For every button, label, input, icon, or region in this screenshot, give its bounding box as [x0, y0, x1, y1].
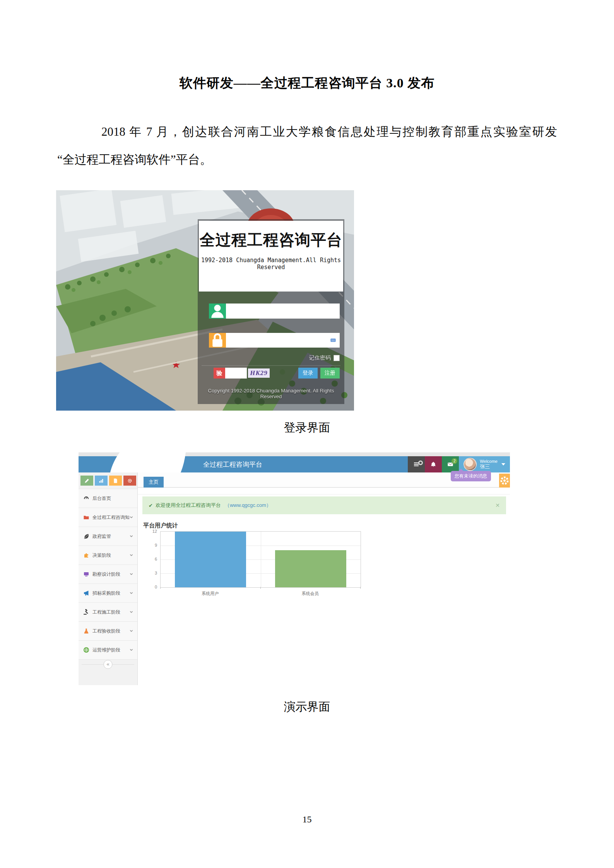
globe-icon [83, 647, 89, 653]
category-divider [261, 532, 261, 587]
chevron-down-icon [129, 515, 133, 520]
remember-password-label: 记住密码 [309, 355, 331, 362]
bar-chart [160, 531, 361, 588]
brand: 全过程工程咨询平台 [84, 456, 262, 472]
username-input[interactable] [226, 304, 340, 319]
chevron-down-icon [129, 610, 133, 614]
sidebar-item-label: 招标采购阶段 [92, 590, 129, 597]
login-panel-title: 全过程工程咨询平台 [199, 229, 343, 251]
username-label: 张三 [480, 464, 498, 470]
sidebar-item-label: 全过程工程咨询知识库 [92, 514, 129, 521]
sidebar-collapse-toggle[interactable]: « [104, 660, 113, 669]
captcha-icon: 验 [214, 368, 225, 379]
caption-demo: 演示界面 [0, 699, 614, 715]
navbar-buttons: 2 [408, 456, 459, 472]
username-row [209, 304, 340, 319]
user-menu[interactable]: Welcome 张三 [459, 456, 510, 472]
sidebar-item[interactable]: 运营维护阶段 [79, 640, 137, 659]
unread-count-badge: 2 [452, 458, 457, 464]
avatar [463, 458, 477, 471]
quick-settings-button[interactable] [123, 476, 136, 486]
sidebar-item-label: 运营维护阶段 [92, 647, 129, 653]
register-button[interactable]: 注册 [320, 368, 340, 379]
login-screenshot: 全过程工程咨询平台 1992-2018 Chuangda Management.… [56, 190, 354, 411]
quick-file-button[interactable] [109, 476, 122, 486]
tasks-button[interactable] [408, 456, 425, 472]
bar-系统会员 [275, 550, 346, 587]
puzzle-icon [83, 552, 89, 558]
password-icon-box [209, 333, 226, 348]
chart-icon [99, 478, 104, 483]
password-input[interactable] [226, 333, 340, 348]
axis-tick [160, 587, 161, 589]
caret-down-icon [501, 463, 505, 466]
chart-title: 平台用户统计 [143, 522, 178, 529]
sidebar-item-label: 工程验收阶段 [92, 628, 129, 634]
tab-home[interactable]: 主页 [144, 477, 164, 488]
sidebar-menu: 后台首页全过程工程咨询知识库政府监管决策阶段勘察设计阶段招标采购阶段工程施工阶段… [79, 489, 137, 659]
username-icon-box [209, 304, 226, 319]
sidebar-item-label: 决策阶段 [92, 552, 129, 559]
file-icon [113, 478, 118, 483]
sidebar-item[interactable]: 工程验收阶段 [79, 621, 137, 640]
quick-pencil-button[interactable] [80, 476, 93, 486]
sidebar-item[interactable]: 决策阶段 [79, 546, 137, 564]
dashboard-icon [83, 495, 89, 501]
welcome-alert: ✔ 欢迎使用全过程工程咨询平台 （www.qgcgc.com） ✕ [142, 496, 506, 514]
badge-ring [418, 460, 423, 465]
tab-settings-button[interactable] [499, 474, 510, 488]
axis-tick [260, 587, 261, 589]
axis-tick [360, 587, 361, 589]
sidebar-item-label: 政府监管 [92, 533, 129, 540]
password-row [209, 333, 340, 348]
login-panel-subtitle: 1992-2018 Chuangda Management.All Rights… [199, 257, 343, 271]
keyboard-icon[interactable] [329, 338, 337, 343]
user-icon [209, 303, 226, 320]
alert-link[interactable]: （www.qgcgc.com） [225, 502, 271, 509]
captcha-input[interactable] [225, 368, 247, 379]
sidebar-item[interactable]: 招标采购阶段 [79, 583, 137, 602]
notifications-button[interactable] [425, 456, 442, 472]
quick-chart-button[interactable] [95, 476, 108, 486]
breadcrumb-strip [138, 488, 510, 495]
sidebar-quick-buttons [79, 472, 137, 489]
sidebar-item[interactable]: 勘察设计阶段 [79, 564, 137, 583]
dashboard-navbar: 全过程工程咨询平台 2 Welcome 张三 [79, 456, 510, 472]
remember-password-row: 记住密码 [309, 355, 340, 362]
monitor-icon [83, 571, 89, 577]
flask-icon [83, 628, 89, 634]
brand-title: 全过程工程咨询平台 [203, 460, 262, 469]
sidebar-item[interactable]: 政府监管 [79, 527, 137, 546]
gavel-icon [83, 609, 89, 615]
bar-系统用户 [175, 532, 246, 587]
gear-icon [127, 478, 132, 483]
sidebar-item-label: 工程施工阶段 [92, 609, 129, 616]
unread-messages-tooltip: 您有未读的消息 [451, 471, 491, 481]
captcha-code[interactable]: HK29 [248, 368, 270, 378]
login-button[interactable]: 登录 [298, 368, 318, 379]
login-panel: 全过程工程咨询平台 1992-2018 Chuangda Management.… [198, 219, 344, 404]
leaf-icon [83, 533, 89, 539]
document-page: 软件研发——全过程工程咨询平台 3.0 发布 2018 年 7 月，创达联合河南… [0, 0, 614, 868]
y-axis-tick-label: 0 [139, 585, 157, 589]
page-number: 15 [0, 814, 614, 825]
dashboard-body: 后台首页全过程工程咨询知识库政府监管决策阶段勘察设计阶段招标采购阶段工程施工阶段… [79, 472, 510, 685]
login-panel-header: 全过程工程咨询平台 1992-2018 Chuangda Management.… [199, 221, 343, 292]
captcha-row: 验 HK29 登录 注册 [214, 368, 340, 379]
bell-icon [430, 461, 436, 467]
lock-icon [209, 332, 226, 349]
alert-close-button[interactable]: ✕ [495, 502, 500, 508]
messages-button[interactable]: 2 [442, 456, 459, 472]
sidebar-item[interactable]: 全过程工程咨询知识库 [79, 508, 137, 527]
sidebar-item[interactable]: 后台首页 [79, 489, 137, 508]
chevron-down-icon [129, 648, 133, 652]
remember-checkbox[interactable] [334, 355, 340, 361]
sidebar-item[interactable]: 工程施工阶段 [79, 602, 137, 621]
body-paragraph-line-1: 2018 年 7 月，创达联合河南工业大学粮食信息处理与控制教育部重点实验室研发 [101, 124, 557, 140]
gear-icon [499, 475, 510, 486]
pencil-icon [84, 478, 89, 483]
sidebar-item-label: 后台首页 [92, 495, 133, 502]
sidebar-item-label: 勘察设计阶段 [92, 571, 129, 578]
sidebar-collapse-row: « [79, 659, 137, 670]
check-icon: ✔ [149, 503, 153, 508]
